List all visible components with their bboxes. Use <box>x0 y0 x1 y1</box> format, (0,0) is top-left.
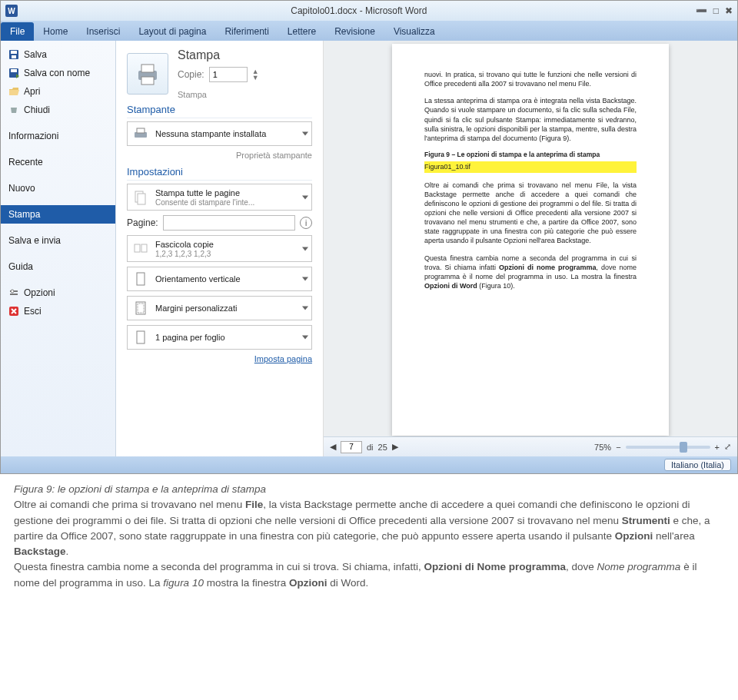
tab-visualizza[interactable]: Visualizza <box>384 22 444 41</box>
preview-para-2: La stessa anteprima di stampa ora è inte… <box>424 96 637 143</box>
printer-properties-link: Proprietà stampante <box>127 151 312 160</box>
page-prev[interactable]: ◀ <box>330 442 336 452</box>
caption-para-2: Questa finestra cambia nome a seconda de… <box>14 559 724 591</box>
menu-informazioni[interactable]: Informazioni <box>1 127 115 145</box>
menu-apri[interactable]: Apri <box>1 82 115 101</box>
margins-main: Margini personalizzati <box>155 304 237 313</box>
menu-opzioni[interactable]: Opzioni <box>1 284 115 302</box>
zoom-in[interactable]: + <box>715 443 720 452</box>
zoom-thumb[interactable] <box>680 442 687 453</box>
zoom-out[interactable]: − <box>616 443 620 452</box>
tab-inserisci[interactable]: Inserisci <box>77 22 129 41</box>
collate-dropdown[interactable]: Fascicola copie 1,2,3 1,2,3 1,2,3 <box>127 235 312 262</box>
scope-main: Stampa tutte le pagine <box>155 188 240 197</box>
help-icon[interactable]: i <box>300 217 312 229</box>
svg-rect-17 <box>138 194 145 204</box>
language-button[interactable]: Italiano (Italia) <box>664 459 731 471</box>
copies-label: Copie: <box>178 69 204 80</box>
page-next[interactable]: ▶ <box>392 442 398 452</box>
collate-icon <box>132 241 149 257</box>
menu-stampa[interactable]: Stampa <box>1 205 115 224</box>
page-setup-link[interactable]: Imposta pagina <box>127 354 312 363</box>
tab-revisione[interactable]: Revisione <box>325 22 384 41</box>
copies-input[interactable] <box>209 67 248 82</box>
backstage-menu: Salva Salva con nome Apri Chiudi Informa… <box>1 41 116 456</box>
chevron-down-icon <box>302 336 308 340</box>
tab-riferimenti[interactable]: Riferimenti <box>215 22 278 41</box>
menu-salva[interactable]: Salva <box>1 45 115 64</box>
save-icon <box>8 49 19 60</box>
fit-to-page-icon[interactable]: ⤢ <box>724 442 731 452</box>
chevron-down-icon <box>302 277 308 281</box>
maximize-button[interactable]: □ <box>713 5 719 16</box>
margins-dropdown[interactable]: Margini personalizzati <box>127 296 312 320</box>
page-per-sheet-icon <box>132 329 149 346</box>
printer-name: Nessuna stampante installata <box>155 129 266 138</box>
status-bar: Italiano (Italia) <box>1 456 737 473</box>
pages-all-icon <box>132 189 149 206</box>
svg-rect-18 <box>135 244 140 252</box>
svg-point-9 <box>11 290 14 293</box>
figure-caption-block: Figura 9: le opzioni di stampa e la ante… <box>0 474 738 602</box>
close-icon <box>8 105 19 115</box>
window-controls: ➖ □ ✖ <box>696 5 733 16</box>
svg-rect-20 <box>137 273 145 285</box>
menu-nuovo[interactable]: Nuovo <box>1 179 115 197</box>
collate-main: Fascicola copie <box>155 240 214 249</box>
printer-dropdown[interactable]: Nessuna stampante installata <box>127 121 312 146</box>
stepper-icon[interactable]: ▲▼ <box>252 68 259 81</box>
minimize-button[interactable]: ➖ <box>696 5 707 16</box>
print-button[interactable] <box>127 53 168 95</box>
preview-para-1: nuovi. In pratica, si trovano qui tutte … <box>424 70 637 88</box>
menu-guida-label: Guida <box>8 261 33 272</box>
sheets-main: 1 pagina per foglio <box>155 333 225 342</box>
svg-rect-13 <box>141 77 154 85</box>
menu-chiudi[interactable]: Chiudi <box>1 101 115 119</box>
menu-apri-label: Apri <box>24 86 40 97</box>
word-window: W Capitolo01.docx - Microsoft Word ➖ □ ✖… <box>0 0 738 474</box>
preview-fig-caption: Figura 9 – Le opzioni di stampa e la ant… <box>424 151 637 159</box>
menu-salva-come-label: Salva con nome <box>24 68 90 78</box>
tab-home[interactable]: Home <box>34 22 77 41</box>
print-preview: nuovi. In pratica, si trovano qui tutte … <box>324 41 737 456</box>
page-current-input[interactable] <box>341 441 362 453</box>
orientation-dropdown[interactable]: Orientamento verticale <box>127 267 312 291</box>
folder-open-icon <box>8 86 19 97</box>
zoom-slider[interactable] <box>626 446 710 449</box>
window-title: Capitolo01.docx - Microsoft Word <box>22 5 696 16</box>
svg-rect-15 <box>137 128 145 133</box>
zoom-controls: 75% − + ⤢ <box>594 442 731 452</box>
preview-canvas: nuovi. In pratica, si trovano qui tutte … <box>324 41 737 436</box>
pager: ◀ di 25 ▶ <box>330 441 398 453</box>
zoom-value: 75% <box>594 443 611 452</box>
pages-input[interactable] <box>163 215 295 231</box>
tab-lettere[interactable]: Lettere <box>278 22 325 41</box>
chevron-down-icon <box>302 247 308 250</box>
svg-rect-19 <box>141 244 147 252</box>
backstage-view: Salva Salva con nome Apri Chiudi Informa… <box>1 41 737 456</box>
svg-rect-4 <box>11 69 17 72</box>
preview-page: nuovi. In pratica, si trovano qui tutte … <box>392 44 669 436</box>
print-scope-dropdown[interactable]: Stampa tutte le pagine Consente di stamp… <box>127 184 312 211</box>
save-as-icon <box>8 68 19 78</box>
print-header: Stampa <box>178 48 259 62</box>
tab-file[interactable]: File <box>1 22 34 41</box>
menu-salva-invia[interactable]: Salva e invia <box>1 231 115 250</box>
collate-sub: 1,2,3 1,2,3 1,2,3 <box>155 250 214 258</box>
menu-salva-come[interactable]: Salva con nome <box>1 64 115 82</box>
close-button[interactable]: ✖ <box>725 5 733 16</box>
page-total: 25 <box>378 443 387 452</box>
menu-guida[interactable]: Guida <box>1 257 115 276</box>
chevron-down-icon <box>302 307 308 310</box>
svg-rect-12 <box>141 65 154 72</box>
preview-highlight: Figura01_10.tif <box>424 161 637 172</box>
exit-icon <box>8 306 19 317</box>
menu-opzioni-label: Opzioni <box>24 287 55 298</box>
print-btn-label: Stampa <box>178 90 259 99</box>
tab-layout[interactable]: Layout di pagina <box>129 22 215 41</box>
sheets-dropdown[interactable]: 1 pagina per foglio <box>127 325 312 350</box>
menu-recente[interactable]: Recente <box>1 153 115 171</box>
menu-esci[interactable]: Esci <box>1 302 115 320</box>
chevron-down-icon <box>302 195 308 199</box>
scope-sub: Consente di stampare l'inte... <box>155 198 254 207</box>
